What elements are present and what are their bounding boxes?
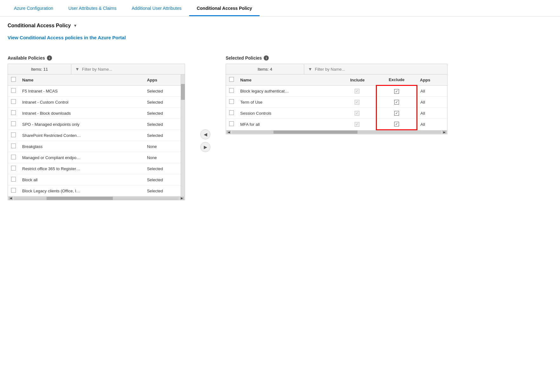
row-checkbox[interactable]	[11, 99, 16, 104]
row-checkbox-cell	[8, 97, 19, 108]
row-apps-cell: Selected	[144, 108, 185, 119]
row-checkbox[interactable]	[11, 121, 16, 126]
nav-conditional-access[interactable]: Conditional Access Policy	[189, 0, 260, 16]
selected-row-checkbox[interactable]	[229, 121, 234, 126]
row-checkbox[interactable]	[11, 155, 16, 159]
selected-row-checkbox-cell	[226, 119, 237, 130]
selected-table-row: MFA for all All	[226, 119, 447, 130]
selected-row-name-cell: MFA for all	[237, 119, 338, 130]
selected-horizontal-scrollbar: ◀ ▶	[226, 130, 447, 134]
selected-scroll-left-arrow[interactable]: ◀	[227, 131, 231, 134]
available-policies-table: Name Apps F5 Intranet - MCAS Selected In…	[8, 74, 185, 196]
transfer-left-button[interactable]: ◀	[200, 129, 210, 139]
available-table-row: Block all Selected	[8, 174, 185, 185]
exclude-checkbox[interactable]	[394, 89, 399, 94]
selected-header-apps: Apps	[417, 74, 447, 86]
selected-row-checkbox[interactable]	[229, 99, 234, 104]
row-checkbox[interactable]	[11, 132, 16, 137]
row-checkbox-cell	[8, 185, 19, 196]
available-scroll-left-arrow[interactable]: ◀	[9, 197, 13, 200]
available-items-count: Items: 11	[8, 64, 71, 74]
available-vertical-scrollbar[interactable]	[181, 74, 185, 196]
selected-filter-area: ▼	[304, 64, 447, 74]
available-table-row: Intranet - Block downloads Selected	[8, 108, 185, 119]
available-table-row: Intranet - Custom Control Selected	[8, 97, 185, 108]
row-checkbox-cell	[8, 119, 19, 130]
transfer-right-button[interactable]: ▶	[200, 142, 210, 152]
row-apps-cell: Selected	[144, 97, 185, 108]
selected-filter-input[interactable]	[315, 67, 443, 72]
selected-policies-info-icon: i	[264, 55, 269, 61]
exclude-checkbox[interactable]	[394, 100, 399, 105]
available-policies-title: Available Policies i	[8, 55, 185, 61]
available-filter-input[interactable]	[82, 67, 181, 72]
include-checkbox[interactable]	[355, 89, 359, 93]
row-name-cell: Breakglass	[19, 141, 144, 152]
row-name-cell: Intranet - Custom Control	[19, 97, 144, 108]
dropdown-arrow-icon[interactable]: ▼	[73, 23, 77, 28]
row-apps-cell: Selected	[144, 185, 185, 196]
available-table-row: Breakglass None	[8, 141, 185, 152]
available-policies-info-icon: i	[47, 55, 52, 61]
available-scroll-thumb-h	[47, 197, 113, 200]
row-checkbox[interactable]	[11, 177, 16, 182]
nav-azure-config[interactable]: Azure Configuration	[6, 0, 61, 16]
row-apps-cell: Selected	[144, 130, 185, 141]
selected-row-include-cell	[338, 97, 377, 108]
row-checkbox[interactable]	[11, 188, 16, 193]
selected-policies-panel: Selected Policies i Items: 4 ▼	[226, 55, 447, 134]
selected-row-checkbox[interactable]	[229, 110, 234, 115]
selected-header-include: Include	[338, 74, 377, 86]
selected-row-apps-cell: All	[417, 119, 447, 130]
available-filter-area: ▼	[71, 64, 185, 74]
selected-row-exclude-cell	[377, 86, 417, 97]
azure-portal-link[interactable]: View Conditional Access policies in the …	[8, 35, 126, 40]
row-apps-cell: Selected	[144, 86, 185, 97]
selected-scroll-right-arrow[interactable]: ▶	[442, 131, 447, 134]
selected-row-exclude-cell	[377, 97, 417, 108]
row-name-cell: Restrict office 365 to Register…	[19, 163, 144, 174]
selected-table-row: Block legacy authenticat… All	[226, 86, 447, 97]
row-apps-cell: Selected	[144, 119, 185, 130]
nav-additional-user-attributes[interactable]: Additional User Attributes	[124, 0, 189, 16]
selected-policies-table-wrapper: Items: 4 ▼ Name	[226, 64, 447, 134]
available-policies-table-wrapper: Items: 11 ▼ Name	[8, 64, 185, 200]
row-apps-cell: Selected	[144, 163, 185, 174]
selected-row-apps-cell: All	[417, 86, 447, 97]
exclude-checkbox[interactable]	[394, 111, 399, 116]
selected-row-checkbox-cell	[226, 108, 237, 119]
available-table-row: Managed or Compliant endpo… None	[8, 152, 185, 163]
row-name-cell: Managed or Compliant endpo…	[19, 152, 144, 163]
transfer-buttons-container: ◀ ▶	[198, 129, 213, 152]
select-all-selected-checkbox[interactable]	[229, 77, 234, 82]
section-title-row: Conditional Access Policy ▼	[8, 23, 552, 29]
top-navigation: Azure Configuration User Attributes & Cl…	[0, 0, 560, 16]
available-filter-icon: ▼	[75, 67, 80, 72]
available-policies-toolbar: Items: 11 ▼	[8, 64, 185, 74]
row-checkbox[interactable]	[11, 166, 16, 170]
row-apps-cell: None	[144, 152, 185, 163]
nav-user-attributes[interactable]: User Attributes & Claims	[61, 0, 124, 16]
selected-row-include-cell	[338, 108, 377, 119]
selected-row-apps-cell: All	[417, 108, 447, 119]
include-checkbox[interactable]	[355, 122, 359, 127]
selected-row-checkbox[interactable]	[229, 88, 234, 93]
selected-scroll-thumb-h	[274, 131, 357, 134]
selected-row-name-cell: Block legacy authenticat…	[237, 86, 338, 97]
select-all-checkbox[interactable]	[11, 77, 16, 82]
row-checkbox[interactable]	[11, 144, 16, 148]
exclude-checkbox[interactable]	[394, 122, 399, 126]
available-scroll-right-arrow[interactable]: ▶	[180, 197, 184, 200]
row-checkbox[interactable]	[11, 110, 16, 115]
available-scroll-thumb	[181, 84, 185, 100]
row-checkbox-cell	[8, 108, 19, 119]
row-checkbox[interactable]	[11, 88, 16, 93]
selected-items-count: Items: 4	[226, 64, 304, 74]
row-name-cell: Intranet - Block downloads	[19, 108, 144, 119]
selected-table-scroll-container: Name Include Exclude Apps Block legacy a…	[226, 74, 447, 130]
selected-scroll-track	[232, 131, 441, 134]
selected-row-name-cell: Term of Use	[237, 97, 338, 108]
selected-row-checkbox-cell	[226, 86, 237, 97]
include-checkbox[interactable]	[355, 111, 359, 116]
include-checkbox[interactable]	[355, 100, 359, 105]
